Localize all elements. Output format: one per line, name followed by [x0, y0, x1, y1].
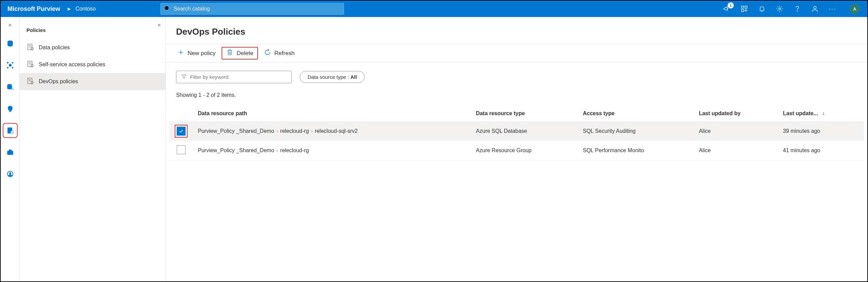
sidebar-item-label: Self-service access policies: [39, 61, 105, 68]
delete-button[interactable]: Delete: [222, 47, 258, 59]
refresh-label: Refresh: [274, 50, 295, 57]
col-type[interactable]: Data resource type: [471, 106, 578, 122]
svg-rect-21: [7, 151, 13, 155]
settings-icon[interactable]: [776, 5, 783, 13]
trash-icon: [226, 49, 233, 57]
search-input[interactable]: [174, 6, 340, 12]
filter-datasource-type[interactable]: Data source type : All: [300, 71, 365, 83]
rail-expand-icon[interactable]: »: [8, 22, 12, 28]
table-row[interactable]: Purview_Policy _Shared_Demo›relecloud-rg…: [169, 122, 864, 140]
nav-rail: »: [1, 17, 20, 281]
filter-keyword-input[interactable]: [190, 74, 287, 80]
chevron-right-icon: ›: [309, 128, 315, 134]
filter-keyword[interactable]: [176, 71, 292, 83]
svg-point-0: [165, 6, 169, 10]
svg-rect-2: [742, 6, 744, 8]
result-count-text: Showing 1 - 2 of 2 items.: [166, 87, 867, 106]
svg-point-15: [7, 67, 8, 69]
cell-path: Purview_Policy _Shared_Demo›relecloud-rg: [193, 140, 471, 160]
search-catalog[interactable]: [160, 3, 344, 15]
col-path[interactable]: Data resource path: [193, 106, 471, 122]
svg-rect-22: [9, 150, 11, 151]
rail-data-map[interactable]: [4, 59, 16, 71]
svg-line-1: [168, 9, 169, 11]
svg-point-18: [11, 88, 13, 90]
cell-updated_by: Alice: [694, 122, 778, 140]
filters-row: Data source type : All: [166, 63, 867, 87]
sidebar-collapse-icon[interactable]: «: [158, 22, 161, 28]
refresh-icon: [264, 49, 271, 57]
plus-icon: [177, 49, 184, 57]
app-title[interactable]: Microsoft Purview: [5, 5, 63, 13]
cell-path: Purview_Policy _Shared_Demo›relecloud-rg…: [193, 122, 471, 140]
sidebar-item-data-policies[interactable]: Data policies: [20, 39, 166, 56]
sidebar: « Policies Data policies Self-service ac…: [20, 17, 166, 281]
topbar-actions: 1 ··· A: [723, 4, 863, 14]
refresh-button[interactable]: Refresh: [259, 47, 299, 59]
row-checkbox[interactable]: [177, 127, 186, 136]
svg-point-16: [12, 67, 13, 69]
breadcrumb-item[interactable]: Contoso: [75, 6, 96, 12]
col-access[interactable]: Access type: [578, 106, 694, 122]
cell-type: Azure Resource Group: [471, 140, 578, 160]
breadcrumb-sep-icon: ▶: [68, 6, 71, 11]
new-policy-label: New policy: [188, 50, 215, 57]
sidebar-item-devops-policies[interactable]: DevOps policies: [20, 73, 166, 90]
filter-type-label: Data source type :: [308, 74, 350, 80]
row-checkbox[interactable]: [177, 145, 186, 154]
svg-rect-4: [742, 10, 744, 12]
col-updated-by[interactable]: Last updated by: [694, 106, 778, 122]
rail-management[interactable]: [4, 146, 16, 158]
chevron-right-icon: ›: [274, 128, 280, 134]
policy-icon: [27, 60, 34, 69]
cell-access: SQL Security Auditing: [578, 122, 694, 140]
svg-point-24: [9, 172, 11, 174]
policy-icon: [27, 77, 34, 86]
svg-point-20: [10, 131, 13, 134]
page-title: DevOps Policies: [166, 17, 867, 44]
cell-updated_by: Alice: [694, 140, 778, 160]
sidebar-title: Policies: [20, 17, 166, 39]
sidebar-item-selfservice-policies[interactable]: Self-service access policies: [20, 56, 166, 73]
feedback-icon[interactable]: [811, 5, 819, 13]
main-content: DevOps Policies New policy Delete Refres…: [166, 17, 867, 281]
rail-data-policy[interactable]: [4, 124, 16, 137]
notifications-icon[interactable]: [758, 5, 766, 13]
sidebar-item-label: DevOps policies: [39, 78, 78, 85]
svg-point-13: [7, 62, 8, 64]
search-icon: [164, 5, 170, 13]
filter-type-value: All: [350, 74, 357, 80]
svg-rect-3: [745, 6, 747, 8]
policies-table: Data resource path Data resource type Ac…: [169, 106, 864, 161]
new-policy-button[interactable]: New policy: [173, 47, 220, 59]
delete-label: Delete: [237, 50, 253, 57]
chevron-right-icon: ›: [274, 147, 280, 153]
announcements-badge: 1: [728, 2, 734, 8]
svg-point-14: [12, 62, 13, 64]
cell-updated: 39 minutes ago: [778, 122, 864, 140]
cell-updated: 41 minutes ago: [778, 140, 864, 160]
rail-data-share[interactable]: [4, 81, 16, 93]
cell-type: Azure SQL Database: [471, 122, 578, 140]
svg-point-10: [814, 6, 816, 9]
rail-privacy[interactable]: [4, 168, 16, 180]
cell-access: SQL Performance Monito: [578, 140, 694, 160]
toolbar: New policy Delete Refresh: [166, 44, 867, 63]
filter-icon: [181, 74, 187, 80]
svg-point-8: [779, 8, 781, 10]
topbar: Microsoft Purview ▶ Contoso 1 ··· A: [1, 1, 867, 17]
overflow-menu-icon[interactable]: ···: [829, 5, 836, 13]
svg-point-9: [797, 11, 797, 11]
announcements-icon[interactable]: 1: [723, 5, 730, 13]
avatar[interactable]: A: [850, 4, 860, 14]
col-checkbox: [169, 106, 193, 122]
collections-icon[interactable]: [741, 5, 748, 13]
table-row[interactable]: Purview_Policy _Shared_Demo›relecloud-rg…: [169, 140, 864, 160]
col-updated[interactable]: Last update...: [778, 106, 864, 122]
svg-point-12: [9, 64, 11, 66]
rail-insights[interactable]: [4, 103, 16, 115]
rail-data-catalog[interactable]: [4, 37, 16, 50]
sort-desc-icon: [821, 111, 826, 117]
policy-icon: [27, 43, 34, 52]
help-icon[interactable]: [794, 5, 801, 13]
